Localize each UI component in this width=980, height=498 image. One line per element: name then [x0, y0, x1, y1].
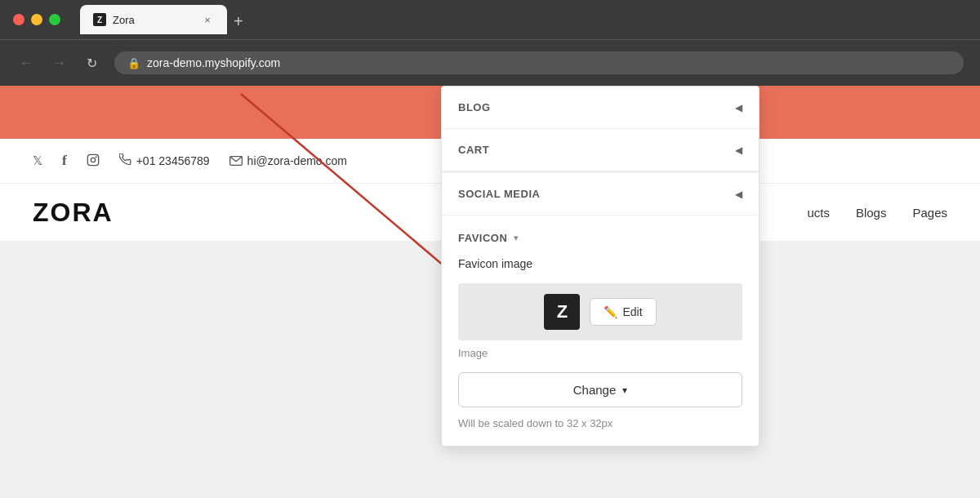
- close-window-button[interactable]: [13, 14, 24, 25]
- new-tab-button[interactable]: +: [234, 12, 243, 34]
- phone-number: +01 23456789: [136, 154, 210, 167]
- image-label: Image: [458, 347, 742, 359]
- svg-rect-2: [87, 154, 98, 165]
- dropdown-social-row[interactable]: SOCIAL MEDIA ◀: [442, 173, 759, 215]
- tab-close-button[interactable]: ×: [201, 13, 214, 26]
- dropdown-social-section: SOCIAL MEDIA ◀: [442, 171, 759, 216]
- favicon-preview-area: Z ✏️ Edit: [458, 283, 742, 340]
- site-logo: ZORA: [33, 198, 114, 228]
- dropdown-blog-arrow: ◀: [735, 102, 742, 113]
- refresh-button[interactable]: ↻: [82, 56, 101, 71]
- address-bar[interactable]: 🔒 zora-demo.myshopify.com: [114, 51, 964, 74]
- phone-icon: [119, 153, 131, 168]
- nav-blogs[interactable]: Blogs: [856, 206, 887, 220]
- browser-chrome: Z Zora × + ← → ↻ 🔒 zora-demo.myshopify.c…: [0, 0, 980, 86]
- phone-contact: +01 23456789: [119, 153, 210, 168]
- dropdown-social-arrow: ◀: [735, 189, 742, 200]
- email-contact: hi@zora-demo.com: [229, 154, 347, 168]
- favicon-section-title: FAVICON: [458, 232, 507, 244]
- edit-btn-label: Edit: [622, 305, 642, 318]
- browser-titlebar: Z Zora × +: [0, 0, 980, 39]
- tab-favicon-icon: Z: [93, 13, 106, 26]
- tab-bar: Z Zora × +: [80, 5, 243, 34]
- traffic-lights: [13, 14, 60, 25]
- instagram-icon: [87, 153, 100, 169]
- email-icon: [229, 154, 243, 168]
- twitter-icon: 𝕏: [33, 153, 42, 168]
- back-button[interactable]: ←: [16, 55, 36, 72]
- nav-pages[interactable]: Pages: [912, 206, 947, 220]
- change-favicon-button[interactable]: Change ▾: [458, 372, 742, 407]
- dropdown-favicon-section: FAVICON ▾ Favicon image Z ✏️ Edit Image …: [442, 216, 759, 446]
- instagram-link[interactable]: [87, 153, 100, 169]
- dropdown-blog-label: BLOG: [458, 101, 491, 113]
- favicon-collapse-arrow[interactable]: ▾: [514, 233, 519, 243]
- favicon-image-label: Favicon image: [458, 257, 742, 270]
- dropdown-blog-section: BLOG ◀: [442, 87, 759, 129]
- svg-point-3: [91, 158, 95, 162]
- nav-products[interactable]: ucts: [807, 206, 830, 220]
- dropdown-blog-row[interactable]: BLOG ◀: [442, 87, 759, 128]
- svg-point-4: [95, 156, 96, 158]
- lock-icon: 🔒: [127, 57, 140, 69]
- facebook-icon: f: [62, 153, 67, 169]
- change-btn-arrow: ▾: [622, 385, 627, 396]
- forward-button[interactable]: →: [49, 55, 69, 72]
- twitter-link[interactable]: 𝕏: [33, 153, 42, 168]
- dropdown-cart-row[interactable]: CART ◀: [442, 129, 759, 171]
- pencil-icon: ✏️: [604, 305, 617, 318]
- favicon-z-preview: Z: [544, 294, 580, 330]
- minimize-window-button[interactable]: [31, 14, 42, 25]
- browser-addressbar: ← → ↻ 🔒 zora-demo.myshopify.com: [0, 39, 980, 86]
- tab-title: Zora: [113, 14, 194, 26]
- email-address: hi@zora-demo.com: [247, 154, 347, 167]
- dropdown-cart-label: CART: [458, 144, 489, 156]
- maximize-window-button[interactable]: [49, 14, 60, 25]
- browser-tab[interactable]: Z Zora ×: [80, 5, 227, 34]
- dropdown-social-label: SOCIAL MEDIA: [458, 188, 540, 200]
- dropdown-cart-section: CART ◀: [442, 129, 759, 171]
- dropdown-panel: BLOG ◀ CART ◀ SOCIAL MEDIA ◀ FAVICON ▾ F…: [441, 86, 760, 447]
- change-btn-label: Change: [573, 383, 617, 397]
- edit-favicon-button[interactable]: ✏️ Edit: [590, 298, 656, 326]
- dropdown-cart-arrow: ◀: [735, 145, 742, 156]
- facebook-link[interactable]: f: [62, 153, 67, 169]
- scale-note: Will be scaled down to 32 x 32px: [458, 417, 742, 429]
- url-display: zora-demo.myshopify.com: [147, 56, 280, 69]
- favicon-label-row: FAVICON ▾: [458, 232, 742, 244]
- page-content: latest fashion trends 𝕏 f +01 23456789 h…: [0, 86, 980, 498]
